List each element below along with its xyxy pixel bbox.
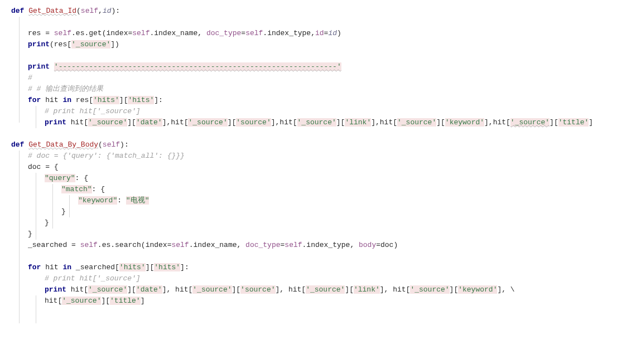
code-line: print hit['_source']['date'], hit['_sour…	[6, 284, 617, 295]
code-line: print hit['_source']['date'],hit['_sourc…	[6, 117, 617, 128]
code-line: # print hit['_source']	[6, 106, 617, 117]
code-line: def Get_Data_Id(self,id):	[6, 6, 617, 17]
code-line: # print hit['_source']	[6, 273, 617, 284]
code-line: def Get_Data_By_Body(self):	[6, 139, 617, 151]
code-line: # doc = {'query': {'match_all': {}}}	[6, 151, 617, 162]
code-line: }	[6, 229, 617, 240]
code-line: hit['_source']['title']	[6, 295, 617, 307]
code-line: doc = {	[6, 162, 617, 173]
code-line: }	[6, 206, 617, 217]
code-line: "query": {	[6, 173, 617, 184]
code-line: print '---------------------------------…	[6, 61, 617, 72]
code-line: "keyword": "电视"	[6, 195, 617, 206]
code-block: def Get_Data_Id(self,id): res = self.es.…	[0, 6, 617, 318]
code-line: print(res['_source'])	[6, 39, 617, 50]
code-line	[6, 251, 617, 262]
code-line	[6, 128, 617, 139]
code-line: # # 输出查询到的结果	[6, 84, 617, 95]
code-line: _searched = self.es.search(index=self.in…	[6, 240, 617, 251]
code-line: for hit in res['hits']['hits']:	[6, 95, 617, 106]
code-line: for hit in _searched['hits']['hits']:	[6, 262, 617, 273]
code-line	[6, 50, 617, 61]
code-line	[6, 307, 617, 318]
code-line: res = self.es.get(index=self.index_name,…	[6, 28, 617, 39]
code-line	[6, 17, 617, 28]
code-line: }	[6, 217, 617, 229]
code-line: #	[6, 72, 617, 84]
code-line: "match": {	[6, 184, 617, 195]
